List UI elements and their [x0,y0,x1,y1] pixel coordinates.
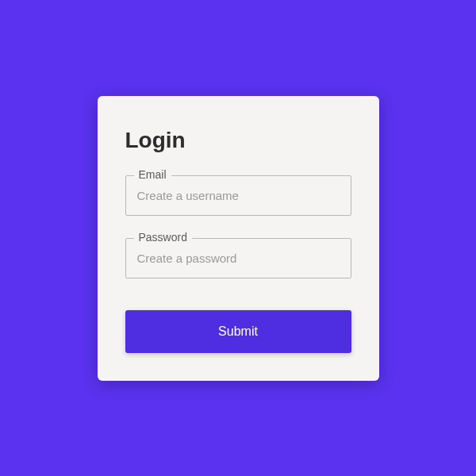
submit-button[interactable]: Submit [125,310,351,353]
password-label: Password [134,231,192,244]
login-card: Login Email Password Submit [98,96,379,381]
email-field[interactable] [126,176,351,215]
password-field[interactable] [126,239,351,278]
email-field-wrapper: Email [125,175,351,216]
password-field-wrapper: Password [125,238,351,278]
email-label: Email [134,168,171,181]
page-title: Login [125,128,351,153]
